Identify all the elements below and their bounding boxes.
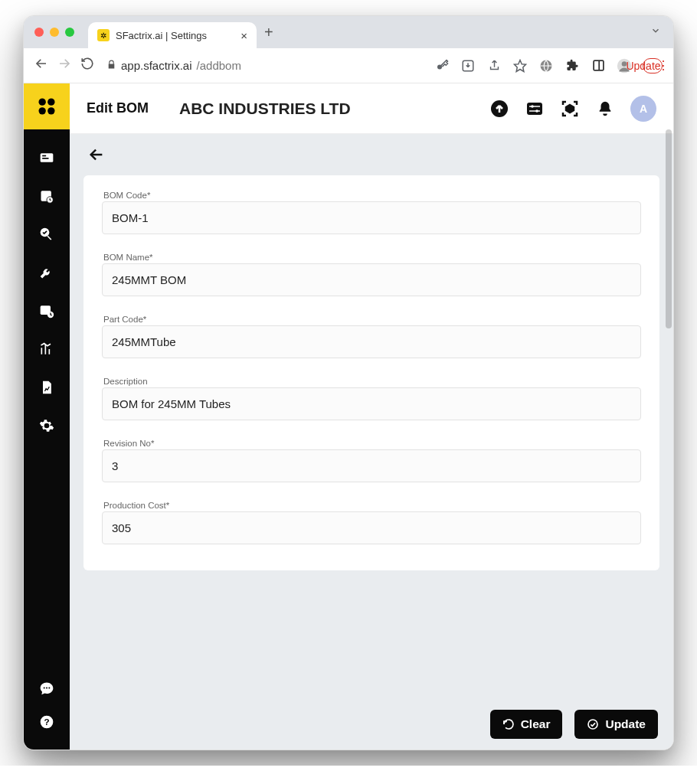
install-icon[interactable] (460, 58, 476, 74)
svg-point-24 (46, 688, 47, 689)
svg-rect-15 (42, 155, 46, 157)
url-path: /addbom (197, 59, 241, 72)
label-bom-code: BOM Code* (102, 191, 641, 200)
url-host: app.sfactrix.ai (121, 59, 192, 72)
label-description: Description (102, 377, 641, 386)
svg-point-12 (39, 107, 46, 114)
sidebar-help-icon[interactable]: ? (39, 714, 54, 733)
form-card: BOM Code* BOM Name* Part Code* Descripti… (83, 175, 659, 570)
scan-icon[interactable] (560, 99, 580, 119)
company-name: ABC INDUSTRIES LTD (179, 100, 351, 118)
field-part-code: Part Code* (102, 315, 641, 358)
window-controls (34, 28, 74, 37)
svg-text:?: ? (44, 717, 49, 727)
extensions-icon[interactable] (564, 58, 580, 74)
app-content: Edit BOM ABC INDUSTRIES LTD A BOM Code* (70, 83, 673, 750)
browser-update-button[interactable]: Update ⋮ (643, 58, 663, 74)
back-button[interactable] (83, 145, 659, 175)
browser-update-label: Update (636, 58, 651, 74)
browser-tab[interactable]: SFactrix.ai | Settings × (88, 22, 257, 48)
input-bom-name[interactable] (102, 263, 641, 296)
browser-window: SFactrix.ai | Settings × + app.sfactrix.… (23, 15, 674, 750)
field-description: Description (102, 377, 641, 420)
reload-button[interactable] (80, 57, 94, 74)
browser-toolbar: app.sfactrix.ai/addbom Update ⋮ (24, 48, 673, 83)
svg-rect-20 (47, 236, 51, 240)
svg-point-35 (588, 720, 597, 729)
share-icon[interactable] (486, 58, 502, 74)
sidebar-production-icon[interactable] (38, 302, 55, 319)
close-window-button[interactable] (34, 28, 44, 37)
app-logo[interactable] (24, 83, 70, 129)
globe-icon[interactable] (538, 58, 554, 74)
update-button[interactable]: Update (574, 710, 658, 739)
update-label: Update (605, 717, 646, 731)
app-root: ? Edit BOM ABC INDUSTRIES LTD A (24, 83, 673, 750)
toolbar-icons: Update ⋮ (434, 58, 663, 74)
svg-rect-16 (42, 158, 48, 159)
undo-icon (502, 718, 515, 730)
tab-close-icon[interactable]: × (241, 29, 247, 42)
label-bom-name: BOM Name* (102, 253, 641, 262)
key-icon[interactable] (434, 58, 450, 74)
input-part-code[interactable] (102, 325, 641, 358)
field-bom-name: BOM Name* (102, 253, 641, 296)
sidebar-chat-icon[interactable] (39, 681, 54, 699)
page-title: Edit BOM (87, 100, 149, 116)
input-bom-code[interactable] (102, 201, 641, 234)
svg-point-10 (39, 99, 46, 106)
input-revision-no[interactable] (102, 449, 641, 482)
nav-forward-button[interactable] (57, 57, 71, 74)
app-sidebar: ? (24, 83, 70, 750)
field-bom-code: BOM Code* (102, 191, 641, 234)
sidebar-schedule-icon[interactable] (38, 188, 55, 204)
app-topbar: Edit BOM ABC INDUSTRIES LTD A (70, 83, 673, 134)
maximize-window-button[interactable] (65, 28, 74, 37)
favicon-icon (97, 29, 110, 41)
address-bar[interactable]: app.sfactrix.ai/addbom (106, 59, 241, 72)
svg-rect-29 (527, 103, 542, 115)
browser-tabstrip: SFactrix.ai | Settings × + (24, 16, 673, 48)
nav-back-button[interactable] (34, 57, 48, 74)
scrollbar-thumb[interactable] (666, 129, 672, 328)
form-body: BOM Code* BOM Name* Part Code* Descripti… (70, 134, 673, 750)
svg-marker-4 (515, 60, 526, 71)
label-production-cost: Production Cost* (102, 501, 641, 510)
tabs-overflow-icon[interactable] (650, 25, 661, 39)
clear-label: Clear (521, 717, 551, 731)
svg-point-13 (47, 107, 54, 114)
sidebar-dashboard-icon[interactable] (38, 149, 55, 166)
check-circle-icon (587, 718, 599, 730)
minimize-window-button[interactable] (50, 28, 59, 37)
field-production-cost: Production Cost* (102, 501, 641, 544)
label-revision-no: Revision No* (102, 439, 641, 448)
svg-point-25 (48, 688, 50, 689)
clear-button[interactable]: Clear (490, 710, 563, 739)
lock-icon (106, 60, 116, 72)
filter-icon[interactable] (525, 99, 545, 119)
sidebar-maintenance-icon[interactable] (38, 264, 55, 281)
sidebar-reports-icon[interactable] (38, 379, 55, 396)
bell-icon[interactable] (595, 99, 615, 119)
sidebar-settings-icon[interactable] (38, 417, 55, 434)
new-tab-button[interactable]: + (264, 24, 273, 41)
panel-icon[interactable] (591, 58, 606, 74)
tab-title: SFactrix.ai | Settings (116, 30, 234, 41)
bookmark-icon[interactable] (512, 58, 528, 74)
svg-point-23 (44, 688, 45, 689)
svg-point-11 (47, 99, 54, 106)
field-revision-no: Revision No* (102, 439, 641, 482)
action-bar: Clear Update (475, 699, 673, 750)
label-part-code: Part Code* (102, 315, 641, 324)
sidebar-quality-icon[interactable] (38, 226, 55, 243)
avatar[interactable]: A (630, 96, 656, 122)
more-icon[interactable]: ⋮ (657, 58, 669, 74)
input-production-cost[interactable] (102, 511, 641, 544)
sidebar-analytics-icon[interactable] (38, 341, 55, 358)
upload-icon[interactable] (489, 99, 509, 119)
input-description[interactable] (102, 387, 641, 420)
